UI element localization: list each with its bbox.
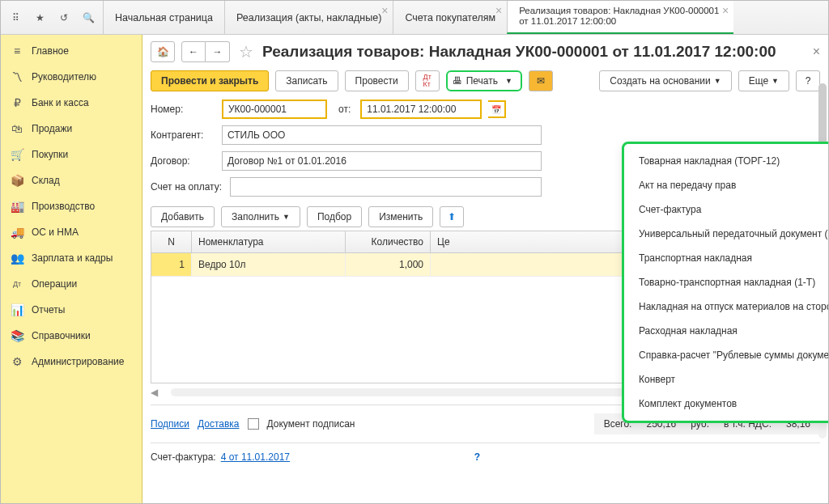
toolbar: Провести и закрыть Записать Провести ДтК… <box>151 70 820 91</box>
signatures-link[interactable]: Подписи <box>151 418 189 430</box>
print-menu-reference[interactable]: Справка-расчет "Рублевые суммы документа… <box>624 343 828 367</box>
col-n[interactable]: N <box>151 231 192 252</box>
sidebar-item-label: Руководителю <box>32 71 96 83</box>
tab-label: Реализация товаров: Накладная УК00-00000… <box>519 6 722 27</box>
more-button[interactable]: Еще▼ <box>738 70 789 91</box>
sidebar-item-main[interactable]: ≡Главное <box>1 38 142 64</box>
star-icon[interactable]: ★ <box>30 8 49 28</box>
print-menu-torg12[interactable]: Товарная накладная (ТОРГ-12) <box>624 149 828 173</box>
help-button[interactable]: ? <box>796 70 820 91</box>
scroll-left-icon[interactable]: ◀ <box>151 387 158 398</box>
print-menu-upd[interactable]: Универсальный передаточный документ (УПД… <box>624 222 828 246</box>
sidebar-item-label: Отчеты <box>32 304 65 316</box>
number-input[interactable]: УК00-000001 <box>222 100 327 119</box>
printer-icon: 🖶 <box>453 75 462 87</box>
sidebar-item-admin[interactable]: ⚙Администрирование <box>1 349 142 375</box>
cell-nomenclature: Ведро 10л <box>192 253 346 276</box>
print-menu-sf[interactable]: Счет-фактура <box>624 197 828 222</box>
sidebar-item-label: Главное <box>32 45 69 57</box>
dtkt-button[interactable]: ДтКт <box>415 70 440 91</box>
post-button[interactable]: Провести <box>345 70 409 91</box>
calendar-icon[interactable]: 📅 <box>488 100 506 118</box>
tab-document-active[interactable]: Реализация товаров: Накладная УК00-00000… <box>507 1 733 34</box>
print-menu-set[interactable]: Комплект документов <box>624 392 828 416</box>
move-up-button[interactable]: ⬆ <box>440 206 464 227</box>
sf-label: Счет-фактура: <box>151 451 216 463</box>
help-link[interactable]: ? <box>474 451 480 463</box>
counterparty-input[interactable]: СТИЛЬ ООО <box>222 125 542 145</box>
more-label: Еще <box>749 75 768 87</box>
print-menu-ttn[interactable]: Товарно-транспортная накладная (1-Т) <box>624 270 828 294</box>
sidebar-item-label: Операции <box>32 278 77 290</box>
email-button[interactable]: ✉ <box>529 70 553 91</box>
close-icon[interactable]: × <box>722 4 729 17</box>
sidebar-item-label: Зарплата и кадры <box>32 252 113 264</box>
tab-bar: Начальная страница Реализация (акты, нак… <box>103 1 828 34</box>
date-input[interactable]: 11.01.2017 12:00:00 <box>360 100 482 119</box>
signed-checkbox[interactable] <box>248 418 259 430</box>
close-page-button[interactable]: × <box>813 44 820 59</box>
select-button[interactable]: Подбор <box>307 206 362 227</box>
tab-realization[interactable]: Реализация (акты, накладные)× <box>224 1 393 34</box>
page-title: Реализация товаров: Накладная УК00-00000… <box>262 43 806 61</box>
sidebar-item-references[interactable]: 📚Справочники <box>1 323 142 349</box>
chevron-down-icon: ▼ <box>505 77 512 85</box>
apps-icon[interactable]: ⠿ <box>6 8 25 28</box>
sidebar-item-warehouse[interactable]: 📦Склад <box>1 167 142 193</box>
cell-n: 1 <box>151 253 192 276</box>
sidebar-item-operations[interactable]: ДтОперации <box>1 271 142 297</box>
box-icon: 📦 <box>11 174 23 187</box>
factory-icon: 🏭 <box>11 200 23 213</box>
sidebar-item-bank[interactable]: ₽Банк и касса <box>1 90 142 116</box>
chevron-down-icon: ▼ <box>283 213 290 221</box>
col-nomenclature[interactable]: Номенклатура <box>192 231 346 252</box>
sidebar-item-label: Администрирование <box>32 356 124 367</box>
invoice-input[interactable] <box>230 177 542 197</box>
forward-button[interactable]: → <box>206 41 230 62</box>
print-menu-act[interactable]: Акт на передачу прав <box>624 173 828 197</box>
cart-icon: 🛒 <box>11 148 23 161</box>
sidebar-item-reports[interactable]: 📊Отчеты <box>1 297 142 323</box>
tab-home[interactable]: Начальная страница <box>103 1 224 34</box>
post-and-close-button[interactable]: Провести и закрыть <box>151 70 269 91</box>
signed-label: Документ подписан <box>267 418 355 430</box>
cell-quantity: 1,000 <box>346 253 431 276</box>
sidebar-item-label: Производство <box>32 201 95 212</box>
add-row-button[interactable]: Добавить <box>151 206 215 227</box>
delivery-link[interactable]: Доставка <box>198 418 240 430</box>
invoice-label: Счет на оплату: <box>151 181 223 193</box>
close-icon[interactable]: × <box>381 4 388 17</box>
tab-label: Реализация (акты, накладные) <box>236 12 381 23</box>
print-button[interactable]: 🖶Печать▼ <box>446 70 522 91</box>
change-button[interactable]: Изменить <box>368 206 433 227</box>
contract-label: Договор: <box>151 155 215 167</box>
close-icon[interactable]: × <box>495 4 502 17</box>
contract-input[interactable]: Договор №1 от 01.01.2016 <box>222 151 542 171</box>
write-button[interactable]: Записать <box>275 70 338 91</box>
sidebar-item-production[interactable]: 🏭Производство <box>1 193 142 219</box>
search-icon[interactable]: 🔍 <box>79 8 98 28</box>
sidebar-item-purchases[interactable]: 🛒Покупки <box>1 142 142 167</box>
history-icon[interactable]: ↺ <box>54 8 74 28</box>
back-button[interactable]: ← <box>181 41 206 62</box>
print-menu-m15[interactable]: Накладная на отпуск материалов на сторон… <box>624 294 828 319</box>
menu-icon: ≡ <box>11 44 23 57</box>
fill-button[interactable]: Заполнить▼ <box>221 206 300 227</box>
sidebar-item-assets[interactable]: 🚚ОС и НМА <box>1 219 142 245</box>
tab-label: Счета покупателям <box>405 12 495 23</box>
tab-invoices[interactable]: Счета покупателям× <box>393 1 507 34</box>
sidebar-item-manager[interactable]: 〽Руководителю <box>1 64 142 90</box>
sidebar-item-salary[interactable]: 👥Зарплата и кадры <box>1 245 142 271</box>
sidebar-item-sales[interactable]: 🛍Продажи <box>1 116 142 142</box>
chevron-down-icon: ▼ <box>772 77 779 85</box>
print-menu-envelope[interactable]: Конверт <box>624 367 828 392</box>
col-quantity[interactable]: Количество <box>346 231 431 252</box>
create-based-button[interactable]: Создать на основании▼ <box>599 70 731 91</box>
favorite-button[interactable]: ☆ <box>236 42 256 61</box>
sf-link[interactable]: 4 от 11.01.2017 <box>221 451 290 463</box>
print-menu-transport[interactable]: Транспортная накладная <box>624 246 828 270</box>
print-menu-expense[interactable]: Расходная накладная <box>624 319 828 343</box>
sidebar-item-label: Справочники <box>32 330 91 341</box>
chevron-down-icon: ▼ <box>714 77 721 85</box>
home-button[interactable]: 🏠 <box>151 41 175 62</box>
